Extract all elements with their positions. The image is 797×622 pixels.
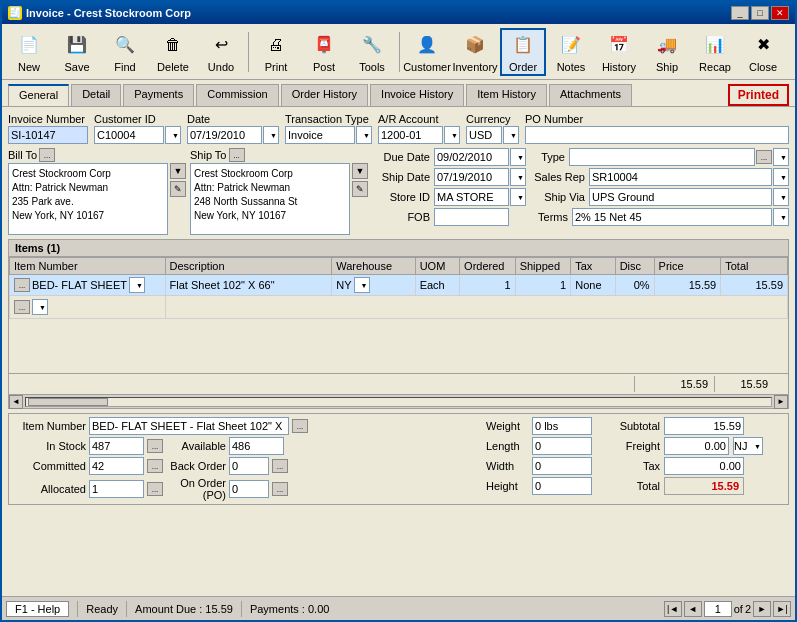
inventory-button[interactable]: 📦 Inventory [452,28,498,76]
store-id-input[interactable] [434,188,509,206]
height-input[interactable] [532,477,592,495]
first-page-button[interactable]: |◄ [664,601,682,617]
on-order-ellipsis-button[interactable]: ... [272,482,288,496]
scroll-thumb[interactable] [28,398,108,406]
bill-to-copy-button[interactable]: ▼ [170,163,186,179]
tab-commission[interactable]: Commission [196,84,279,106]
width-input[interactable] [532,457,592,475]
freight-input[interactable] [664,437,729,455]
order-button[interactable]: 📋 Order [500,28,546,76]
terms-input[interactable] [572,208,772,226]
last-page-button[interactable]: ►| [773,601,791,617]
tab-general[interactable]: General [8,84,69,106]
title-controls[interactable]: _ □ ✕ [731,6,789,20]
ship-via-label: Ship Via [530,191,585,203]
committed-ellipsis-button[interactable]: ... [147,459,163,473]
find-button[interactable]: 🔍 Find [102,28,148,76]
po-number-input[interactable] [525,126,789,144]
delete-button[interactable]: 🗑 Delete [150,28,196,76]
tab-invoice-history[interactable]: Invoice History [370,84,464,106]
back-order-ellipsis-button[interactable]: ... [272,459,288,473]
sales-rep-input[interactable] [589,168,772,186]
date-dropdown[interactable] [263,126,279,144]
ar-account-input[interactable] [378,126,443,144]
invoice-number-input[interactable] [8,126,88,144]
transaction-type-input[interactable] [285,126,355,144]
weight-input[interactable] [532,417,592,435]
committed-label: Committed [11,460,86,472]
next-page-button[interactable]: ► [753,601,771,617]
bill-to-edit-button[interactable]: ✎ [170,181,186,197]
ship-via-dropdown[interactable] [773,188,789,206]
table-row[interactable]: ... BED- FLAT SHEET Flat Sheet 102" X 66… [10,275,788,296]
sales-rep-dropdown[interactable] [773,168,789,186]
due-date-input[interactable] [434,148,509,166]
customer-button[interactable]: 👤 Customer [404,28,450,76]
close-toolbar-button[interactable]: ✖ Close [740,28,786,76]
history-button[interactable]: 📅 History [596,28,642,76]
item-number-ellipsis-button[interactable]: ... [14,278,30,292]
tab-detail[interactable]: Detail [71,84,121,106]
maximize-button[interactable]: □ [751,6,769,20]
ar-account-dropdown[interactable] [444,126,460,144]
save-button[interactable]: 💾 Save [54,28,100,76]
allocated-ellipsis-button[interactable]: ... [147,482,163,496]
allocated-input[interactable] [89,480,144,498]
transaction-type-dropdown[interactable] [356,126,372,144]
close-button[interactable]: ✕ [771,6,789,20]
due-date-dropdown[interactable] [510,148,526,166]
new-button[interactable]: 📄 New [6,28,52,76]
in-stock-input[interactable] [89,437,144,455]
tools-button[interactable]: 🔧 Tools [349,28,395,76]
currency-input[interactable] [466,126,502,144]
cell-shipped: 1 [515,275,571,296]
warehouse-dropdown[interactable] [354,277,370,293]
ship-date-dropdown[interactable] [510,168,526,186]
date-input[interactable] [187,126,262,144]
type-dropdown[interactable] [773,148,789,166]
terms-dropdown[interactable] [773,208,789,226]
bill-to-ellipsis-button[interactable]: ... [39,148,55,162]
item-number-dropdown[interactable] [129,277,145,293]
customer-id-input[interactable] [94,126,164,144]
sales-rep-label: Sales Rep [530,171,585,183]
length-input[interactable] [532,437,592,455]
tab-payments[interactable]: Payments [123,84,194,106]
ship-button[interactable]: 🚚 Ship [644,28,690,76]
recap-button[interactable]: 📊 Recap [692,28,738,76]
type-ellipsis-button[interactable]: ... [756,150,772,164]
ship-date-input[interactable] [434,168,509,186]
fob-input[interactable] [434,208,509,226]
prev-page-button[interactable]: ◄ [684,601,702,617]
scroll-right-button[interactable]: ► [774,395,788,409]
ship-to-copy-button[interactable]: ▼ [352,163,368,179]
freight-dropdown[interactable]: NJ [733,437,763,455]
notes-button[interactable]: 📝 Notes [548,28,594,76]
item-number-detail-ellipsis-button[interactable]: ... [292,419,308,433]
type-input[interactable] [569,148,755,166]
item-number-detail-input[interactable] [89,417,289,435]
tab-item-history[interactable]: Item History [466,84,547,106]
tab-attachments[interactable]: Attachments [549,84,632,106]
store-id-dropdown[interactable] [510,188,526,206]
empty-item-ellipsis-button[interactable]: ... [14,300,30,314]
print-button[interactable]: 🖨 Print [253,28,299,76]
tab-order-history[interactable]: Order History [281,84,368,106]
scroll-left-button[interactable]: ◄ [9,395,23,409]
in-stock-ellipsis-button[interactable]: ... [147,439,163,453]
available-input[interactable] [229,437,284,455]
minimize-button[interactable]: _ [731,6,749,20]
help-button[interactable]: F1 - Help [6,601,69,617]
ship-to-ellipsis-button[interactable]: ... [229,148,245,162]
empty-item-dropdown[interactable] [32,299,48,315]
committed-input[interactable] [89,457,144,475]
currency-dropdown[interactable] [503,126,519,144]
ship-via-input[interactable] [589,188,772,206]
ship-to-edit-button[interactable]: ✎ [352,181,368,197]
page-input[interactable] [704,601,732,617]
undo-button[interactable]: ↩ Undo [198,28,244,76]
post-button[interactable]: 📮 Post [301,28,347,76]
back-order-input[interactable] [229,457,269,475]
on-order-input[interactable] [229,480,269,498]
customer-id-dropdown[interactable] [165,126,181,144]
